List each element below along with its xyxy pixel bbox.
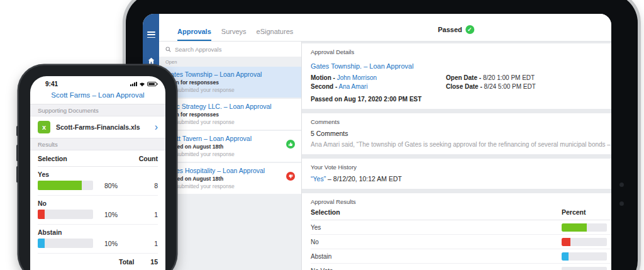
page: 100% Approvals Surveys eSignatures Passe… <box>0 0 644 270</box>
home-icon[interactable] <box>147 57 155 65</box>
phone-status-bar: 9:41 <box>30 76 165 87</box>
tab-surveys[interactable]: Surveys <box>221 28 247 41</box>
comments-count: 5 Comments <box>311 130 611 137</box>
phone-screen: 9:41 Scott Farms – Loan Approval Support… <box>30 76 165 270</box>
result-row: Yes 80% 8 <box>38 167 158 196</box>
percent-bar <box>38 239 93 248</box>
result-count: 8 <box>154 182 158 189</box>
approval-title-link[interactable]: Gates Township. – Loan Approval <box>311 62 414 70</box>
approval-list-item[interactable]: Gates Hospitality – Loan Approval Closed… <box>159 163 301 194</box>
chevron-right-icon[interactable]: › <box>155 122 158 132</box>
comment-preview: Ana Amari said, “The township of Gates i… <box>311 141 611 148</box>
tab-esignatures[interactable]: eSignatures <box>257 28 294 41</box>
search-icon <box>165 47 171 52</box>
excel-file-icon: x <box>38 121 50 133</box>
hamburger-menu-icon[interactable] <box>147 31 155 38</box>
result-percent: 0% <box>608 253 611 260</box>
approval-response-line: You submitted your response <box>165 87 295 93</box>
thumbs-up-icon <box>286 140 295 149</box>
percent-bar <box>562 238 607 246</box>
result-count: 1 <box>154 240 158 247</box>
approval-results-card: Approval Results Selection Percent Count… <box>302 193 611 270</box>
percent-bar <box>38 181 93 190</box>
search-input[interactable]: Search Approvals <box>159 42 301 57</box>
search-placeholder: Search Approvals <box>175 46 221 53</box>
passed-check-icon: ✓ <box>465 25 474 34</box>
approval-list-item[interactable]: Scott Tavern – Loan Approval Closed on A… <box>159 131 301 162</box>
vote-value-link[interactable]: “Yes” <box>311 175 326 183</box>
result-label: Yes <box>38 171 158 178</box>
approvals-list-panel: Search Approvals Open Gates Township – L… <box>159 42 301 270</box>
open-date-label: Open Date - <box>446 74 481 81</box>
approval-title: Gates Hospitality – Loan Approval <box>165 167 295 174</box>
vote-date: – 8/12/20, 10:12 AM EDT <box>326 175 402 183</box>
approval-title: Gates Township – Loan Approval <box>165 70 295 78</box>
comments-card: Comments 5 Comments Ana Amari said, “The… <box>302 113 611 154</box>
battery-icon <box>147 82 157 87</box>
result-percent: 10% <box>104 240 118 247</box>
approval-status-line: Closed on August 18th <box>165 143 295 150</box>
results-header-row: Selection Percent Count <box>311 207 611 220</box>
list-section-header: Open <box>159 57 301 67</box>
result-row: No Vote 45% 9 <box>311 264 611 270</box>
result-label: Abstain <box>311 253 562 260</box>
result-label: Abstain <box>38 228 158 236</box>
passed-label: Passed <box>438 26 462 33</box>
result-count: 1 <box>154 211 158 218</box>
section-supporting-documents: Supporting Documents <box>30 104 165 116</box>
approval-title: Civic Strategy LLC. – Loan Approval <box>165 103 295 110</box>
tablet-main: 100% Approvals Surveys eSignatures Passe… <box>159 14 611 270</box>
result-percent: 45% <box>608 267 611 270</box>
approval-details-card: Approval Details Gates Township. – Loan … <box>302 43 611 109</box>
total-label: Total <box>119 258 134 266</box>
passed-on-line: Passed on Aug 17, 2020 2:00 PM EST <box>311 96 611 103</box>
result-label: No <box>311 239 562 245</box>
section-results: Results <box>30 138 165 150</box>
tablet-camera-icon <box>619 201 624 206</box>
thumbs-down-icon <box>286 172 295 181</box>
tablet-screen: 100% Approvals Surveys eSignatures Passe… <box>143 14 611 270</box>
percent-bar <box>562 267 607 270</box>
card-title: Your Vote History <box>311 164 611 171</box>
percent-bar <box>562 223 607 232</box>
document-row[interactable]: x Scott-Farms-Financials.xls › <box>30 116 165 138</box>
approval-list-item[interactable]: Gates Township – Loan Approval Open for … <box>159 67 301 98</box>
percent-bar <box>38 210 93 219</box>
close-date-value: 8/24 5:00 PM EDT <box>484 83 536 90</box>
silent-switch <box>16 126 18 136</box>
second-label: Second - <box>311 83 337 90</box>
volume-down-button <box>16 166 18 183</box>
result-label: No Vote <box>311 267 562 270</box>
result-label: No <box>38 200 158 207</box>
vote-history-line: “Yes” – 8/12/20, 10:12 AM EDT <box>311 175 611 183</box>
second-value-link[interactable]: Ana Amari <box>338 83 367 90</box>
status-badge: Passed ✓ <box>438 25 474 34</box>
col-count: Count <box>139 155 158 162</box>
file-name: Scott-Farms-Financials.xls <box>56 123 140 131</box>
wifi-icon <box>139 82 145 87</box>
approval-meta: Motion - John Morrison Open Date - 8/20 … <box>311 74 611 90</box>
tab-approvals[interactable]: Approvals <box>177 28 211 41</box>
clock: 9:41 <box>45 81 58 87</box>
vote-history-card: Your Vote History “Yes” – 8/12/20, 10:12… <box>302 159 611 189</box>
close-date-label: Close Date - <box>446 83 482 90</box>
approval-list-item[interactable]: Civic Strategy LLC. – Loan Approval Open… <box>159 99 301 130</box>
motion-label: Motion - <box>311 74 335 81</box>
result-percent: 10% <box>104 211 118 218</box>
col-selection: Selection <box>311 208 562 216</box>
approval-status-line: Closed on August 18th <box>165 176 295 182</box>
percent-bar <box>562 252 607 261</box>
signal-icon <box>130 82 137 87</box>
open-date-value: 8/20 1:00 PM EDT <box>483 74 535 81</box>
page-title: Scott Farms – Loan Approval <box>30 87 165 104</box>
motion-value-link[interactable]: John Morrison <box>337 74 377 81</box>
approval-status-line: Open for responsses <box>165 111 295 118</box>
total-value: 15 <box>150 258 158 266</box>
result-row: Abstain 10% 1 <box>38 225 158 254</box>
tab-bar: Approvals Surveys eSignatures <box>159 14 293 41</box>
col-selection: Selection <box>38 155 67 162</box>
volume-up-button <box>16 145 18 161</box>
tablet-camera-icon <box>619 183 624 187</box>
result-percent: 0% <box>608 239 611 245</box>
card-title: Approval Results <box>311 198 611 205</box>
